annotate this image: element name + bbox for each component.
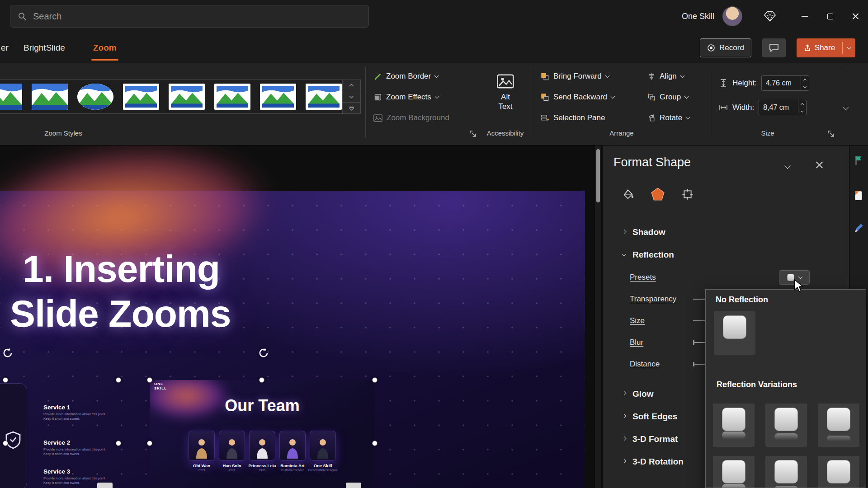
panel-title: Format Shape [613,155,691,169]
collapse-ribbon-button[interactable] [844,103,848,111]
zoom-styles-gallery[interactable] [0,80,343,114]
tab-brightslide[interactable]: BrightSlide [24,33,65,63]
record-button[interactable]: Record [700,38,751,57]
selection-pane-icon [541,114,549,122]
scrollbar-thumb[interactable] [596,149,600,202]
pen-pane-icon[interactable] [853,222,865,234]
distance-slider[interactable] [693,364,705,365]
gallery-up-button[interactable] [343,80,360,91]
maximize-button[interactable] [817,0,843,33]
zoom-border-button[interactable]: Zoom Border [373,68,449,85]
member-illustration [249,431,275,461]
preset-reflection-variation[interactable] [713,404,755,447]
selection-handle[interactable] [372,441,377,446]
selection-handle[interactable] [259,377,264,383]
rotate-handle[interactable] [2,347,14,359]
close-button[interactable] [843,0,868,33]
member-illustration [189,431,215,461]
size-dialog-launcher[interactable] [827,130,835,137]
selection-handle[interactable] [97,483,113,488]
tab-partial[interactable]: er [1,33,9,63]
avatar[interactable] [722,6,742,26]
preset-reflection-variation[interactable] [765,456,807,488]
height-input[interactable] [761,75,809,91]
transparency-slider[interactable] [693,299,705,300]
titlebar-right: One Skill [682,0,868,33]
selection-handle[interactable] [116,377,121,383]
zoom-style-thumbnail[interactable] [260,84,296,110]
selection-handle[interactable] [372,377,377,383]
selection-handle[interactable] [3,441,8,446]
account-name[interactable]: One Skill [682,12,714,21]
chevron-right-icon [622,459,627,464]
height-spinner[interactable] [801,76,809,90]
page-pane-icon[interactable] [853,190,865,202]
chevron-down-icon [611,94,615,99]
selection-pane-button[interactable]: Selection Pane [541,109,614,127]
share-dropdown[interactable] [843,47,855,49]
flag-pane-icon[interactable] [853,155,865,166]
slider-handle[interactable] [693,362,694,366]
minimize-button[interactable] [792,0,817,33]
zoom-style-thumbnail[interactable] [306,84,342,110]
preset-reflection-variation[interactable] [818,404,859,447]
slide-heading[interactable]: 1. Inserting Slide Zooms [10,247,231,336]
preset-reflection-variation[interactable] [818,456,859,488]
chevron-down-icon [686,115,690,120]
group-button[interactable]: Group [647,89,689,106]
zoom-style-thumbnail[interactable] [214,84,250,110]
section-shadow[interactable]: Shadow [603,222,849,242]
rotate-handle[interactable] [258,347,269,359]
panel-tabs [619,185,697,203]
selection-handle[interactable] [346,483,361,488]
height-value[interactable] [762,79,801,87]
tab-zoom[interactable]: Zoom [93,33,117,63]
zoom-style-thumbnail[interactable] [32,84,68,110]
search-field[interactable] [33,11,327,22]
preset-no-reflection[interactable] [714,311,755,355]
service-shape[interactable] [0,383,27,488]
selection-handle[interactable] [147,441,152,446]
zoom-style-thumbnail[interactable] [123,84,159,110]
slide-canvas[interactable]: 1. Inserting Slide Zooms ONE SKILL Our T… [0,145,602,488]
zoom-style-thumbnail-oval[interactable] [77,84,113,110]
rotate-button[interactable]: Rotate [647,109,689,127]
share-button[interactable]: Share [797,38,855,57]
width-value[interactable] [759,103,798,112]
selection-handle[interactable] [3,377,8,383]
width-spinner[interactable] [798,100,806,115]
search-input[interactable] [10,5,369,28]
ribbon: Zoom Styles Zoom Border Zoom Effects Zoo… [0,63,868,145]
tab-size-properties[interactable] [679,185,697,203]
vertical-scrollbar[interactable] [595,145,601,488]
bring-forward-button[interactable]: Bring Forward [541,68,614,85]
width-input[interactable] [759,100,807,115]
accessibility-dialog-launcher[interactable] [469,130,476,137]
gem-icon[interactable] [763,10,777,22]
gallery-more-button[interactable] [343,102,360,113]
zoom-style-thumbnail[interactable] [169,84,205,110]
alt-text-button[interactable]: Alt Text [488,74,523,112]
selection-handle[interactable] [147,377,152,383]
blur-slider[interactable] [693,342,705,343]
panel-collapse-button[interactable] [785,162,790,170]
zoom-effects-button[interactable]: Zoom Effects [373,89,449,106]
panel-close-button[interactable] [813,159,825,171]
slide-zoom-our-team[interactable]: ONE SKILL Our Team Obi Wan CEO Han Solo … [150,380,375,488]
alt-text-icon [497,74,514,89]
tab-fill-line[interactable] [619,185,637,203]
send-backward-button[interactable]: Send Backward [541,89,614,106]
preset-reflection-variation[interactable] [765,404,807,447]
comments-button[interactable] [762,38,786,57]
section-reflection[interactable]: Reflection [603,245,849,265]
align-button[interactable]: Align [647,68,689,85]
gallery-down-button[interactable] [343,91,360,102]
slider-handle[interactable] [693,340,694,345]
tab-effects[interactable] [649,185,667,203]
zoom-style-thumbnail[interactable] [0,84,22,110]
preset-reflection-variation[interactable] [713,456,755,488]
share-icon [804,44,811,52]
maximize-icon [827,14,833,19]
size-slider[interactable] [693,320,705,321]
selection-handle[interactable] [116,441,121,446]
